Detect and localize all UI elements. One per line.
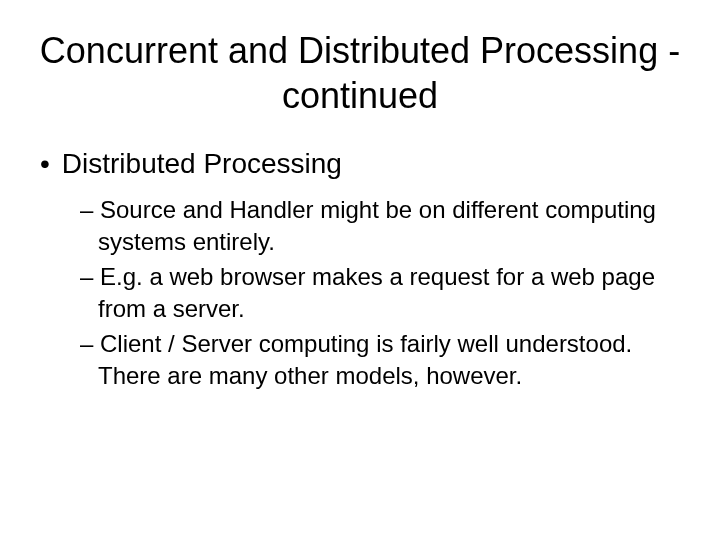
- content-section: • Distributed Processing – Source and Ha…: [40, 148, 690, 392]
- dash-item: – E.g. a web browser makes a request for…: [80, 261, 690, 326]
- bullet-text: Distributed Processing: [62, 148, 342, 180]
- slide-title: Concurrent and Distributed Processing - …: [30, 28, 690, 118]
- dash-item: – Client / Server computing is fairly we…: [80, 328, 690, 393]
- sublist: – Source and Handler might be on differe…: [80, 194, 690, 392]
- bullet-marker: •: [40, 148, 50, 180]
- bullet-item: • Distributed Processing: [40, 148, 690, 180]
- dash-item: – Source and Handler might be on differe…: [80, 194, 690, 259]
